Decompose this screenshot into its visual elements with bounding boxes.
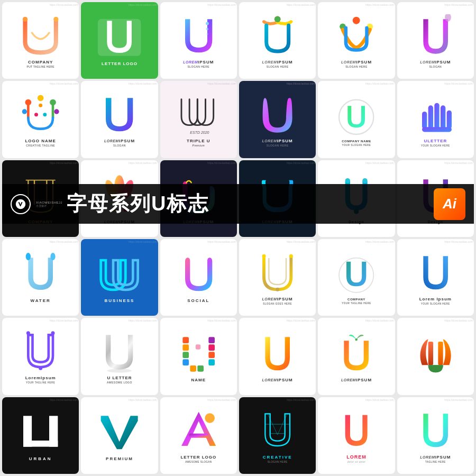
logo-label-19: WATER: [31, 298, 51, 303]
svg-point-54: [107, 369, 132, 373]
logo-cell-27[interactable]: NAME https://dcxw.taobao.com: [160, 318, 237, 395]
svg-point-46: [35, 273, 39, 277]
logo-label-6: LOREMIPSUM SLOGAN: [420, 60, 451, 68]
watermark-15: https://dcxw.taobao.com: [207, 161, 236, 164]
svg-point-45: [50, 253, 55, 260]
svg-point-51: [26, 331, 30, 335]
svg-point-42: [363, 178, 368, 183]
logo-cell-20[interactable]: BUSINESS https://dcxw.taobao.com: [81, 239, 158, 316]
logo-cell-33[interactable]: LETTER LOGO AWESOME SLOGAN https://dcxw.…: [160, 397, 237, 474]
watermark-32: https://dcxw.taobao.com: [129, 398, 157, 401]
svg-point-53: [39, 367, 42, 370]
logo-cell-11[interactable]: COMPANY NAME YOUR SLOGAN HERE https://dc…: [318, 81, 395, 158]
svg-point-21: [43, 113, 47, 116]
logo-label-9: TRIPLE U Premium: [187, 139, 210, 147]
logo-cell-23[interactable]: COMPANY YOUR TAGLINE HERE https://dcxw.t…: [318, 239, 395, 316]
banner-logo: [11, 194, 31, 214]
watermark-23: https://dcxw.taobao.com: [365, 240, 394, 243]
logo-label-7: LOGO NAME CREATIVE TAGLINE: [25, 139, 56, 147]
watermark-29: https://dcxw.taobao.com: [365, 319, 394, 322]
logo-label-20: BUSINESS: [105, 298, 135, 303]
logo-cell-8[interactable]: LOREMIPSUM SLOGAN https://dcxw.taobao.co…: [81, 81, 158, 158]
watermark-4: https://dcxw.taobao.com: [287, 3, 315, 6]
logo-cell-5[interactable]: LOREMIPSUM SLOGAN HERE https://dcxw.taob…: [318, 2, 395, 79]
banner: XIAOWEISHEJJ 小卫设计 字母系列U标志 Ai: [2, 184, 474, 224]
logo-cell-29[interactable]: LOREMIPSUM https://dcxw.taobao.com: [318, 318, 395, 395]
logo-cell-36[interactable]: LOREMIPSUM TAGLINE HERE https://dcxw.tao…: [397, 397, 474, 474]
svg-point-48: [289, 254, 293, 258]
svg-rect-55: [182, 337, 189, 343]
logo-grid: COMPANY PUT TAGLINE HERE https://dcxw.ta…: [0, 0, 476, 476]
svg-rect-65: [195, 344, 200, 349]
logo-cell-21[interactable]: SOCIAL https://dcxw.taobao.com: [160, 239, 237, 316]
svg-rect-68: [438, 342, 443, 365]
logo-cell-30[interactable]: https://dcxw.taobao.com: [397, 318, 474, 395]
logo-cell-10[interactable]: LOREMIPSUM SLOGAN HERE https://dcxw.taob…: [239, 81, 316, 158]
svg-rect-60: [208, 344, 215, 351]
svg-point-66: [355, 338, 358, 341]
svg-rect-61: [208, 352, 215, 358]
svg-point-4: [206, 28, 208, 30]
watermark-10: https://dcxw.taobao.com: [287, 82, 315, 85]
logo-label-5: LOREMIPSUM SLOGAN HERE: [341, 60, 372, 68]
logo-label-25: LoremIpsum YOUR TAGLINE HERE: [25, 376, 56, 384]
watermark-3: https://dcxw.taobao.com: [207, 3, 236, 6]
banner-title: 字母系列U标志: [67, 190, 434, 217]
watermark-33: https://dcxw.taobao.com: [207, 398, 236, 401]
logo-cell-24[interactable]: Lorem Ipsum YOUR SLOGAN HERE https://dcx…: [397, 239, 474, 316]
watermark-24: https://dcxw.taobao.com: [444, 240, 473, 243]
logo-cell-6[interactable]: LOREMIPSUM SLOGAN https://dcxw.taobao.co…: [397, 2, 474, 79]
svg-rect-29: [422, 127, 452, 132]
logo-cell-4[interactable]: LOREMIPSUM SLOGAN HERE https://dcxw.taob…: [239, 2, 316, 79]
watermark-16: https://dcxw.taobao.com: [287, 161, 315, 164]
logo-label-26: U LETTER AWESOME LOGO: [107, 376, 132, 384]
svg-rect-71: [23, 441, 58, 447]
logo-label-1: COMPANY PUT TAGLINE HERE: [27, 60, 54, 68]
watermark-2: https://dcxw.taobao.com: [129, 3, 157, 6]
logo-cell-32[interactable]: PREMIUM https://dcxw.taobao.com: [81, 397, 158, 474]
logo-cell-28[interactable]: LOREMIPSUM https://dcxw.taobao.com: [239, 318, 316, 395]
svg-rect-25: [428, 105, 433, 129]
svg-point-52: [51, 331, 54, 335]
logo-label-22: LOREMIPSUM SLOGAN GOES HERE: [262, 297, 293, 305]
svg-point-44: [26, 253, 31, 260]
watermark-25: https://dcxw.taobao.com: [50, 319, 78, 322]
watermark-1: https://dcxw.taobao.com: [50, 3, 78, 6]
logo-cell-1[interactable]: COMPANY PUT TAGLINE HERE https://dcxw.ta…: [2, 2, 79, 79]
logo-cell-35[interactable]: LOREM dolor sit amet https://dcxw.taobao…: [318, 397, 395, 474]
svg-point-47: [262, 254, 266, 258]
logo-cell-19[interactable]: WATER https://dcxw.taobao.com: [2, 239, 79, 316]
watermark-5: https://dcxw.taobao.com: [365, 3, 394, 6]
logo-label-32: PREMIUM: [106, 456, 133, 461]
logo-cell-31[interactable]: URBAN https://dcxw.taobao.com: [2, 397, 79, 474]
banner-ai: Ai: [434, 188, 465, 220]
logo-cell-3[interactable]: LOREMIPSUM SLOGAN HERE https://dcxw.taob…: [160, 2, 237, 79]
watermark-26: https://dcxw.taobao.com: [129, 319, 157, 322]
logo-label-2: LETTER LOGO: [102, 61, 138, 66]
watermark-17: https://dcxw.taobao.com: [365, 161, 394, 164]
svg-rect-58: [182, 359, 189, 365]
svg-rect-57: [182, 352, 189, 358]
watermark-12: https://dcxw.taobao.com: [444, 82, 473, 85]
logo-label-33: LETTER LOGO AWESOME SLOGAN: [180, 455, 216, 463]
svg-point-74: [205, 414, 215, 424]
watermark-14: https://dcxw.taobao.com: [129, 161, 157, 164]
watermark-13: https://dcxw.taobao.com: [50, 161, 78, 164]
watermark-18: https://dcxw.taobao.com: [444, 161, 473, 164]
logo-cell-34[interactable]: CREATIVE SLOGAN HERE https://dcxw.taobao…: [239, 397, 316, 474]
logo-label-35: LOREM dolor sit amet: [346, 454, 367, 463]
logo-cell-9[interactable]: ESTD 2020 TRIPLE U Premium https://dcxw.…: [160, 81, 237, 158]
watermark-11: https://dcxw.taobao.com: [365, 82, 394, 85]
watermark-27: https://dcxw.taobao.com: [207, 319, 236, 322]
logo-cell-26[interactable]: U LETTER AWESOME LOGO https://dcxw.taoba…: [81, 318, 158, 395]
logo-label-28: LOREMIPSUM: [262, 378, 293, 382]
svg-rect-62: [208, 359, 215, 365]
logo-label-8: LOREMIPSUM SLOGAN: [104, 139, 135, 147]
logo-cell-22[interactable]: LOREMIPSUM SLOGAN GOES HERE https://dcxw…: [239, 239, 316, 316]
logo-cell-7[interactable]: LOGO NAME CREATIVE TAGLINE https://dcxw.…: [2, 81, 79, 158]
svg-rect-73: [189, 434, 208, 438]
logo-cell-2[interactable]: LETTER LOGO https://dcxw.taobao.com: [81, 2, 158, 79]
watermark-31: https://dcxw.taobao.com: [50, 398, 78, 401]
logo-cell-25[interactable]: LoremIpsum YOUR TAGLINE HERE https://dcx…: [2, 318, 79, 395]
logo-cell-12[interactable]: ULETTER YOUR SLOGAN HERE https://dcxw.ta…: [397, 81, 474, 158]
